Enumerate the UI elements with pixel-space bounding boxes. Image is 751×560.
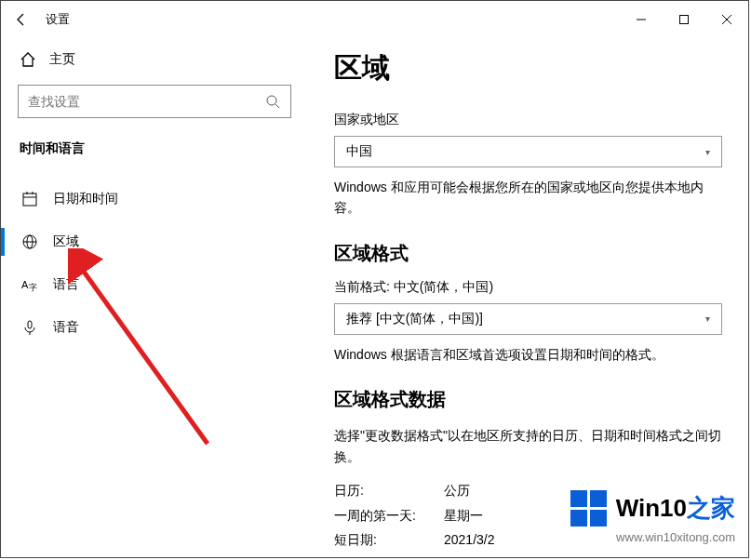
- svg-rect-13: [28, 321, 32, 328]
- title-bar: 设置: [1, 1, 748, 38]
- sidebar-item-label: 区域: [53, 233, 79, 250]
- chevron-down-icon: ▾: [705, 147, 710, 157]
- main-content: 区域 国家或地区 中国 ▾ Windows 和应用可能会根据您所在的国家或地区向…: [308, 38, 748, 557]
- svg-text:字: 字: [29, 283, 37, 292]
- maximize-button[interactable]: [663, 5, 705, 34]
- arrow-left-icon: [14, 12, 29, 27]
- search-input[interactable]: [28, 94, 264, 109]
- chevron-down-icon: ▾: [705, 313, 710, 324]
- country-value: 中国: [346, 143, 372, 160]
- sidebar-item-datetime[interactable]: 日期和时间: [18, 178, 291, 220]
- data-desc: 选择"更改数据格式"以在地区所支持的日历、日期和时间格式之间切换。: [334, 425, 722, 467]
- page-title: 区域: [334, 49, 722, 87]
- country-desc: Windows 和应用可能会根据您所在的国家或地区向您提供本地内容。: [334, 177, 722, 219]
- sidebar-item-region[interactable]: 区域: [18, 220, 291, 263]
- svg-rect-4: [23, 193, 36, 206]
- sidebar-item-speech[interactable]: 语音: [18, 306, 291, 349]
- svg-line-3: [275, 104, 279, 108]
- format-value: 推荐 [中文(简体，中国)]: [346, 311, 483, 327]
- svg-text:A: A: [21, 279, 29, 290]
- microphone-icon: [21, 319, 38, 336]
- country-label: 国家或地区: [334, 112, 722, 128]
- current-format-label: 当前格式: 中文(简体，中国): [334, 279, 722, 296]
- search-icon: [264, 93, 281, 110]
- sidebar-item-label: 语言: [53, 276, 79, 293]
- search-box[interactable]: [18, 85, 291, 118]
- format-select[interactable]: 推荐 [中文(简体，中国)] ▾: [334, 303, 722, 335]
- country-select[interactable]: 中国 ▾: [334, 136, 722, 167]
- home-label: 主页: [49, 51, 75, 68]
- sidebar: 主页 时间和语言 日期和时间 区域 A字 语言: [1, 38, 308, 557]
- minimize-button[interactable]: [620, 5, 663, 34]
- close-icon: [721, 14, 732, 25]
- maximize-icon: [678, 14, 690, 25]
- back-button[interactable]: [1, 1, 42, 38]
- home-icon: [20, 51, 36, 68]
- minimize-icon: [636, 14, 647, 25]
- calendar-icon: [21, 191, 38, 207]
- globe-icon: [21, 233, 38, 250]
- language-icon: A字: [21, 276, 38, 293]
- sidebar-item-label: 语音: [53, 319, 79, 336]
- window-title: 设置: [46, 11, 70, 28]
- watermark-url: www.win10xitong.com: [570, 530, 735, 544]
- svg-rect-1: [680, 16, 689, 24]
- sidebar-item-language[interactable]: A字 语言: [18, 263, 291, 306]
- format-heading: 区域格式: [334, 241, 722, 266]
- close-button[interactable]: [705, 5, 748, 34]
- data-heading: 区域格式数据: [334, 387, 722, 412]
- svg-point-2: [267, 96, 276, 105]
- category-title: 时间和语言: [18, 139, 291, 172]
- format-desc: Windows 根据语言和区域首选项设置日期和时间的格式。: [334, 344, 722, 365]
- windows-logo-icon: [570, 490, 607, 527]
- sidebar-item-label: 日期和时间: [53, 191, 118, 207]
- row-longdate: 长日期:2021年3月2日: [334, 553, 722, 557]
- home-link[interactable]: 主页: [18, 38, 291, 85]
- watermark: Win10之家 www.win10xitong.com: [570, 490, 735, 544]
